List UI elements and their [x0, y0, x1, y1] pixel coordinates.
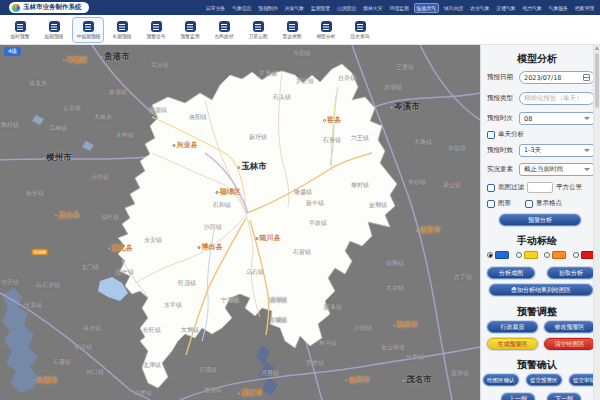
menu-item-短临天气[interactable]: 短临天气 [414, 3, 439, 13]
town-label: 泉水镇 [83, 324, 101, 333]
button-分析成图[interactable]: 分析成图 [487, 267, 535, 279]
color-swatch[interactable] [524, 251, 538, 259]
color-swatch[interactable] [552, 251, 566, 259]
place-name: 石寨镇 [323, 136, 341, 145]
basemap-filter-checkbox[interactable] [487, 184, 495, 192]
tab-雷达拼图[interactable]: 雷达拼图 [276, 17, 308, 43]
element-row: 实况要素 截止当前时间 [487, 163, 595, 176]
module-tabbar: 短时预警短期预报中短期预报长期预报预警信号预警监测台风路径卫星云图雷达拼图模型分… [0, 15, 600, 45]
forecast-type-input[interactable]: 精细化报告（单天） [519, 92, 595, 105]
button-绘图区确认[interactable]: 绘图区确认 [483, 374, 519, 386]
town-label: 白石水镇 [36, 281, 60, 290]
button-拾取分析[interactable]: 拾取分析 [547, 267, 595, 279]
button-行政裁剪[interactable]: 行政裁剪 [487, 321, 538, 333]
menu-item-监测预警[interactable]: 监测预警 [309, 4, 332, 12]
menu-item-交通气象[interactable]: 交通气象 [494, 4, 517, 12]
sidebar-scrollbar[interactable] [593, 45, 600, 400]
tab-台风路径[interactable]: 台风路径 [208, 17, 240, 43]
menu-item-森林火灾[interactable]: 森林火灾 [361, 4, 384, 12]
menu-item-城市内涝[interactable]: 城市内涝 [442, 4, 465, 12]
tab-短期预报[interactable]: 短期预报 [38, 17, 70, 43]
menu-item-日常业务[interactable]: 日常业务 [204, 4, 227, 12]
plot-color-option-2[interactable] [544, 251, 566, 259]
button-下一报[interactable]: 下一报 [547, 393, 581, 400]
calendar-icon[interactable] [583, 74, 590, 81]
place-name: 石头镇 [273, 93, 291, 102]
place-marker-icon [33, 379, 36, 382]
button-提交预警区[interactable]: 提交预警区 [526, 374, 562, 386]
menu-item-山洪防治[interactable]: 山洪防治 [335, 4, 358, 12]
place-name: 陶圩镇 [1, 121, 19, 130]
tab-历史查询[interactable]: 历史查询 [344, 17, 376, 43]
place-name: 张黄镇 [24, 301, 42, 310]
module-icon [83, 21, 94, 32]
menu-item-气象信息[interactable]: 气象信息 [230, 4, 253, 12]
element-select[interactable]: 截止当前时间 [519, 163, 595, 176]
forecast-date-input[interactable]: 2023/07/18 [519, 71, 595, 84]
map-zoom-level-badge[interactable]: 4级 [4, 47, 21, 56]
forecast-time-select[interactable]: 08 [519, 112, 595, 125]
tab-预警监测[interactable]: 预警监测 [174, 17, 206, 43]
tab-模型分析[interactable]: 模型分析 [310, 17, 342, 43]
place-name: 河唇镇 [261, 369, 279, 378]
button-清空绘图区[interactable]: 清空绘图区 [544, 338, 595, 350]
place-name: 乐民镇 [91, 173, 109, 182]
color-radio[interactable] [573, 252, 579, 258]
place-name: 那务镇 [324, 303, 342, 312]
warning-analysis-button[interactable]: 预警分析 [499, 214, 581, 226]
place-name: 三堡镇 [396, 63, 414, 72]
tab-长期预报[interactable]: 长期预报 [106, 17, 138, 43]
map-canvas[interactable]: 武乐镇镇龙乡新塘镇云表镇大岭乡马岭镇木梓镇陶圩镇乐民镇南乡镇福旺镇寺面镇罗秀镇三… [0, 45, 480, 400]
tab-卫星云图[interactable]: 卫星云图 [242, 17, 274, 43]
road-number-badge: S209 [31, 249, 48, 256]
single-day-checkbox[interactable] [487, 131, 495, 139]
place-name: 浦北县 [112, 243, 133, 253]
filter-area-input[interactable] [527, 182, 553, 193]
menu-item-电力气象[interactable]: 电力气象 [520, 4, 543, 12]
validity-select[interactable]: 1-3天 [519, 144, 595, 157]
place-name: 古丁镇 [454, 273, 472, 282]
tab-中短期预报[interactable]: 中短期预报 [72, 17, 104, 43]
forecast-type-placeholder: 精细化报告（单天） [524, 94, 583, 103]
button-修改预警区[interactable]: 修改预警区 [544, 321, 595, 333]
place-name: 玉林市 [241, 161, 267, 173]
plot-color-option-3[interactable] [573, 251, 595, 259]
overlay-result-button[interactable]: 叠加分析结果到绘图区 [489, 284, 593, 296]
module-icon [355, 21, 366, 32]
plot-color-option-0[interactable] [487, 251, 509, 259]
town-label: 河唇镇 [261, 369, 279, 378]
town-label: 龙潭镇 [143, 361, 161, 370]
color-radio[interactable] [487, 252, 493, 258]
menu-item-预报制作[interactable]: 预报制作 [256, 4, 279, 12]
town-label: 石和镇 [213, 201, 231, 210]
plot-color-option-1[interactable] [516, 251, 538, 259]
color-radio[interactable] [516, 252, 522, 258]
color-radio[interactable] [544, 252, 550, 258]
scrollbar-thumb[interactable] [595, 53, 599, 108]
report-nav-row: 上一报下一报 [501, 393, 581, 400]
tab-label: 历史查询 [351, 33, 370, 39]
town-label: 永安镇 [144, 236, 162, 245]
menu-item-气象服务[interactable]: 气象服务 [547, 4, 570, 12]
forecast-date-row: 预报日期 2023/07/18 [487, 71, 595, 84]
validity-label: 预报时效 [487, 146, 519, 155]
show-grid-checkbox[interactable] [525, 200, 533, 208]
forecast-type-label: 预报类型 [487, 94, 519, 103]
button-上一报[interactable]: 上一报 [501, 393, 535, 400]
town-label: 镇隆镇 [386, 259, 404, 268]
menu-item-档案管理[interactable]: 档案管理 [573, 4, 596, 12]
chevron-down-icon [584, 168, 590, 171]
module-icon [49, 21, 60, 32]
place-marker-icon [100, 56, 103, 59]
tab-短时预警[interactable]: 短时预警 [4, 17, 36, 43]
scroll-up-icon[interactable] [595, 46, 599, 50]
button-生成预警区[interactable]: 生成预警区 [487, 338, 538, 350]
menu-item-农业气象[interactable]: 农业气象 [468, 4, 491, 12]
tab-预警信号[interactable]: 预警信号 [140, 17, 172, 43]
menu-item-决策气象[interactable]: 决策气象 [283, 4, 306, 12]
graphic-checkbox[interactable] [487, 200, 495, 208]
place-name: 高州市 [397, 320, 418, 330]
color-swatch[interactable] [495, 251, 509, 259]
menu-item-环境监测[interactable]: 环境监测 [387, 4, 410, 12]
tab-label: 短时预警 [11, 33, 30, 39]
